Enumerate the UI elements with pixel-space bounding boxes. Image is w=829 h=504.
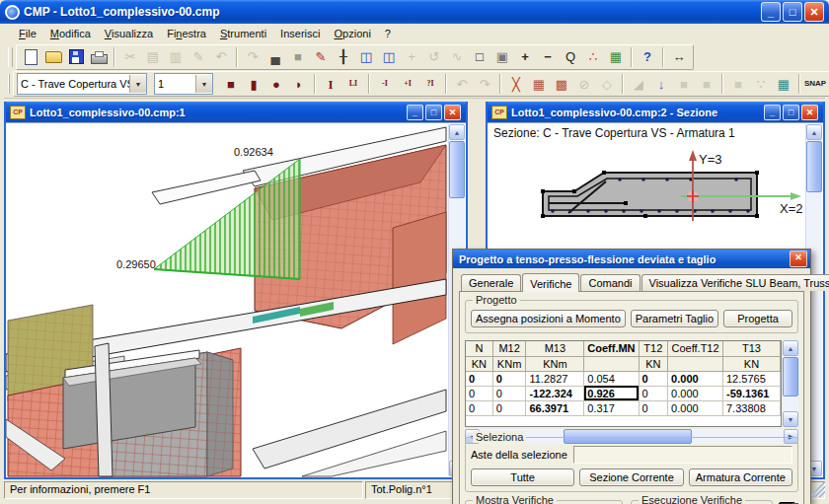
section-window-title-bar[interactable]: CP Lotto1_complessivo-00.cmp:2 - Sezione… (488, 102, 823, 122)
print-icon[interactable] (88, 46, 110, 68)
mesh-coarse-icon[interactable]: ▩ (551, 73, 572, 95)
zoom-out-icon[interactable]: − (537, 46, 559, 68)
cut-icon[interactable]: ✂ (119, 46, 141, 68)
format-brush-icon[interactable]: ✎ (188, 46, 209, 68)
pan-hand-icon[interactable]: ╂ (333, 46, 354, 68)
menu-item-finestra[interactable]: Finestra (160, 26, 213, 41)
section-rect-icon[interactable]: ▮ (243, 73, 264, 95)
table-cell[interactable]: 0 (492, 386, 526, 400)
table-cell[interactable]: KN (639, 356, 668, 371)
model-window-title-bar[interactable]: CP Lotto1_complessivo-00.cmp:1 _ □ ✕ (6, 102, 466, 122)
toolbar-grip[interactable] (8, 47, 13, 67)
child2-minimize-button[interactable]: _ (764, 105, 781, 120)
chevron-down-icon[interactable]: ▼ (129, 75, 146, 93)
ramp-icon[interactable]: ◢ (628, 73, 649, 95)
rotate-icon[interactable]: ↺ (423, 46, 445, 68)
zoom-in-icon[interactable]: + (514, 46, 536, 68)
freehand-icon[interactable]: ∿ (446, 46, 468, 68)
fill-poly-icon[interactable]: ■ (673, 73, 695, 95)
open-icon[interactable] (42, 46, 64, 68)
save-icon[interactable] (65, 46, 87, 68)
grid-icon[interactable]: ▦ (773, 73, 794, 95)
table-cell[interactable]: 0.317 (584, 400, 639, 415)
fill-poly-2-icon[interactable]: ■ (696, 73, 717, 95)
zoom-window-icon[interactable]: □ (469, 46, 490, 68)
section-li-icon[interactable]: LI (342, 73, 364, 95)
section-square-icon[interactable]: ■ (220, 73, 242, 95)
zoom-dynamic-icon[interactable]: Q (560, 46, 581, 68)
no-check-icon[interactable]: ⊘ (573, 73, 595, 95)
menu-item-modifica[interactable]: Modifica (43, 26, 98, 41)
table-cell[interactable]: M12 (492, 341, 526, 356)
scroll-thumb[interactable] (783, 357, 798, 396)
section-ibeam-icon[interactable]: I (320, 73, 341, 95)
ibeam-minus-icon[interactable]: -I (374, 73, 396, 95)
menu-item-visualizza[interactable]: Visualizza (98, 26, 160, 41)
table-cell[interactable]: T13 (722, 341, 780, 356)
scroll-up-icon[interactable]: ▲ (783, 340, 798, 356)
ibeam-query-icon[interactable]: ?I (419, 73, 441, 95)
model-viewport[interactable]: 0.92634 0.29650 ▲ ▼ (6, 122, 466, 477)
table-cell[interactable]: T12 (639, 341, 668, 356)
menu-item-opzioni[interactable]: Opzioni (327, 26, 377, 41)
3d-structural-model[interactable]: 0.92634 0.29650 (6, 123, 450, 477)
tab-comandi[interactable]: Comandi (580, 274, 640, 291)
table-cell[interactable]: 66.3971 (526, 400, 584, 415)
redo-icon[interactable]: ↷ (242, 46, 264, 68)
table-cell[interactable]: 0 (492, 400, 526, 415)
parametri-taglio-button[interactable]: Parametri Taglio (631, 310, 718, 327)
undo-icon[interactable]: ↶ (210, 46, 232, 68)
fill-region-icon[interactable]: ■ (287, 46, 309, 68)
progetta-button[interactable]: Progetta (723, 310, 792, 327)
table-cell[interactable]: KN (466, 356, 492, 371)
ibeam-plus-icon[interactable]: +I (397, 73, 418, 95)
table-cell[interactable]: -59.1361 (722, 386, 780, 400)
shape-tool-icon[interactable]: ◇ (596, 73, 618, 95)
table-cell[interactable]: 0 (639, 386, 668, 400)
table-cell[interactable]: 7.33808 (722, 400, 780, 415)
beam-cross-section[interactable]: Y=3 X=2 (488, 140, 807, 256)
table-cell[interactable]: Coeff.T12 (668, 341, 723, 356)
snap-points-icon[interactable]: ∴ (582, 46, 604, 68)
tutte-button[interactable]: Tutte (471, 468, 574, 486)
plot-icon[interactable]: ▄ (264, 46, 286, 68)
table-cell[interactable]: 0 (492, 371, 526, 386)
child-maximize-button[interactable]: □ (425, 105, 442, 120)
copy-icon[interactable]: ▤ (142, 46, 164, 68)
scatter-points-icon[interactable]: ∵ (750, 73, 772, 95)
chevron-down-icon[interactable]: ▼ (195, 75, 212, 93)
table-cell[interactable]: 0.926 (584, 386, 639, 400)
verification-table[interactable]: NM12M13Coeff.MNT12Coeff.T12T13KNKNmKNmKN… (465, 340, 782, 427)
dialog-close-button[interactable]: ✕ (790, 251, 807, 267)
menu-item-[interactable]: ? (378, 26, 398, 41)
minimize-button[interactable]: _ (761, 2, 781, 22)
table-cell[interactable]: 0.000 (668, 386, 723, 400)
menu-item-inserisci[interactable]: Inserisci (273, 26, 327, 41)
table-cell[interactable] (584, 356, 639, 371)
rotate-left-icon[interactable]: ↶ (451, 73, 473, 95)
table-cell[interactable]: 0.000 (668, 400, 723, 415)
table-cell[interactable]: -122.324 (526, 386, 584, 400)
zoom-previous-icon[interactable]: ▣ (491, 46, 513, 68)
move-icon[interactable]: + (401, 46, 422, 68)
table-cell[interactable]: 0 (466, 400, 492, 415)
table-cell[interactable]: 0 (466, 386, 492, 400)
context-help-icon[interactable]: ? (637, 46, 658, 68)
table-cell[interactable]: 0 (466, 371, 492, 386)
sezione-corrente-button[interactable]: Sezione Corrente (579, 468, 683, 486)
section-circle-icon[interactable]: ● (265, 73, 287, 95)
child-minimize-button[interactable]: _ (407, 105, 423, 120)
menu-item-strumenti[interactable]: Strumenti (213, 26, 273, 41)
table-cell[interactable]: Coeff.MN (584, 341, 639, 356)
section-combo[interactable]: C - Trave Copertura VS ▼ (17, 73, 147, 95)
table-cell[interactable] (668, 356, 723, 371)
paste-icon[interactable]: ▥ (165, 46, 187, 68)
new-icon[interactable] (20, 46, 41, 68)
aste-selezione-field[interactable] (573, 446, 792, 464)
window-vsplit-icon[interactable]: ◫ (355, 46, 377, 68)
tab-generale[interactable]: Generale (461, 274, 521, 291)
tab-verifiche[interactable]: Verifiche (522, 273, 579, 292)
table-cell[interactable]: 0.000 (668, 371, 723, 386)
table-cell[interactable]: 11.2827 (526, 371, 584, 386)
close-button[interactable]: ✕ (804, 2, 824, 22)
